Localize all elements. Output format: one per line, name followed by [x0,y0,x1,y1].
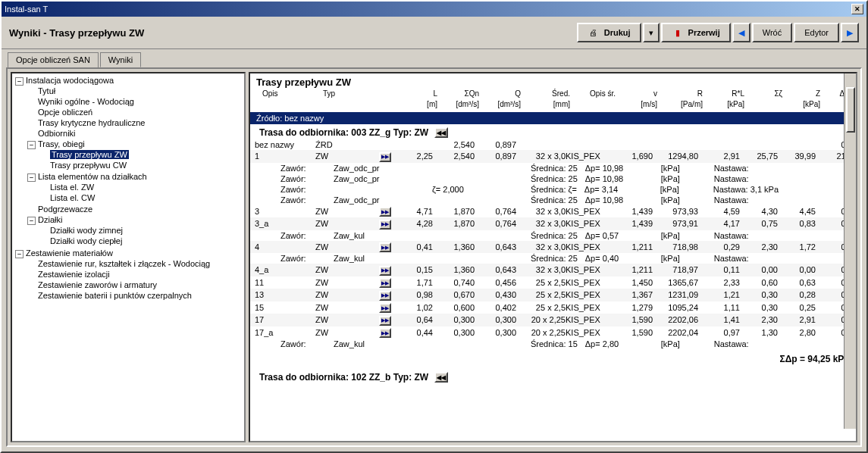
tree-leaf[interactable]: Zestawienie izolacji [38,270,110,279]
play-icon[interactable]: ▶▶ [379,291,391,301]
data-grid[interactable]: Trasy przepływu ZW OpisTypLΣQnQŚred.Opis… [249,72,857,442]
tree-node[interactable]: Trasy, obiegi [38,139,85,148]
valve-row: Zawór:Zaw_kulŚrednica: 25Δp= 0,40[kPa]Na… [250,253,857,264]
data-row[interactable]: 4ZW▶▶0,411,3600,64332 x 3,0KIS_PEX1,2117… [250,241,857,254]
valve-row: Zawór:Zaw_odc_prŚrednica: 25Δp= 10,98[kP… [250,173,857,184]
tab-strip: Opcje obliczeń SAN Wyniki [2,49,866,67]
data-row[interactable]: 4_aZW▶▶0,151,3600,64332 x 3,0KIS_PEX1,21… [250,264,857,276]
editor-button[interactable]: Edytor [794,23,839,42]
vertical-scrollbar[interactable] [844,73,856,429]
trace-header-2: Trasa do odbiornika: 102 ZZ_b Typ: ZW ◀◀ [250,369,857,384]
page-heading: Wyniki - Trasy przepływu ZW [9,27,144,39]
tree-leaf[interactable]: Tytuł [38,86,55,95]
valve-row: Zawór:Zaw_odc_prŚrednica: 25Δp= 10,98[kP… [250,163,857,173]
tree-leaf[interactable]: Zestawienie rur, kształtek i złączek - W… [38,259,210,268]
tree-node-materials[interactable]: Zestawienie materiałów [26,248,113,258]
title-bar: Instal-san T ✕ [2,2,866,17]
data-row[interactable]: 3_aZW▶▶4,281,8700,76432 x 3,0KIS_PEX1,43… [250,217,857,230]
tree-leaf[interactable]: Lista el. ZW [50,183,94,192]
data-row[interactable]: bez nazwyŹRD2,5400,8970,000,00 [250,139,857,150]
rewind-icon[interactable]: ◀◀ [434,127,448,138]
data-row[interactable]: 1ZW▶▶2,252,5400,89732 x 3,0KIS_PEX1,6901… [250,150,857,163]
column-headers: OpisTypLΣQnQŚred.Opis śr.vRR*LΣζZΔparmΔp… [256,89,857,100]
play-icon[interactable]: ▶▶ [379,220,391,230]
play-icon[interactable]: ▶▶ [379,328,391,338]
tree-collapse-icon[interactable]: − [15,250,24,258]
toolbar: Wyniki - Trasy przepływu ZW 🖨Drukuj ▾ ▮P… [2,17,866,49]
play-icon[interactable]: ▶▶ [379,316,391,326]
tree-leaf[interactable]: Zestawienie zaworów i armatury [38,280,157,289]
play-icon[interactable]: ▶▶ [379,152,391,162]
tree-leaf[interactable]: Odbiorniki [38,129,76,138]
tree-leaf[interactable]: Zestawienie baterii i punktów czerpalnyc… [38,291,192,300]
valve-row: Zawór:Zaw_odc_prŚrednica: 25Δp= 10,98[kP… [250,195,857,205]
back-button[interactable]: Wróć [752,23,792,42]
sum-row: ΣΔp = 94,25 kPa [250,349,857,369]
print-button[interactable]: 🖨Drukuj [577,23,641,42]
tree-leaf[interactable]: Działki wody ciepłej [50,236,122,245]
data-row[interactable]: 11ZW▶▶1,710,7400,45625 x 2,5KIS_PEX1,450… [250,276,857,289]
play-icon[interactable]: ▶▶ [379,303,391,313]
grid-title: Trasy przepływu ZW [256,77,857,88]
tree-node[interactable]: Lista elementów na działkach [38,172,147,181]
column-units: [m][dm³/s][dm³/s][mm][m/s][Pa/m][kPa][kP… [256,100,857,111]
tree-leaf[interactable]: Trasy przepływu CW [50,161,127,170]
stop-icon: ▮ [672,27,684,39]
tree-node-water[interactable]: Instalacja wodociągowa [26,76,114,85]
play-icon[interactable]: ▶▶ [379,278,391,288]
rewind-icon[interactable]: ◀◀ [434,372,448,383]
tree-collapse-icon[interactable]: − [27,173,36,182]
tree-leaf[interactable]: Działki wody zimnej [50,226,123,235]
data-row[interactable]: 13ZW▶▶0,980,6700,43025 x 2,5KIS_PEX1,367… [250,289,857,301]
valve-row: Zawór:Zaw_kulŚrednica: 25Δp= 0,57[kPa]Na… [250,230,857,241]
data-row[interactable]: 3ZW▶▶4,711,8700,76432 x 3,0KIS_PEX1,4399… [250,205,857,218]
printer-icon: 🖨 [588,27,600,39]
tree-view[interactable]: −Instalacja wodociągowa Tytuł Wyniki ogó… [11,72,246,442]
tab-options[interactable]: Opcje obliczeń SAN [8,52,99,67]
data-row[interactable]: 17_aZW▶▶0,440,3000,30020 x 2,25KIS_PEX1,… [250,326,857,339]
tree-leaf[interactable]: Podgrzewacze [38,205,92,214]
play-icon[interactable]: ▶▶ [379,242,391,252]
data-rows-container: bez nazwyŹRD2,5400,8970,000,001ZW▶▶2,252… [250,139,857,349]
abort-button[interactable]: ▮Przerwij [661,23,731,42]
play-icon[interactable]: ▶▶ [379,207,391,217]
tree-collapse-icon[interactable]: − [27,217,36,225]
data-row[interactable]: 17ZW▶▶0,640,3000,30020 x 2,25KIS_PEX1,59… [250,314,857,326]
tree-leaf-selected[interactable]: Trasy przepływu ZW [50,150,129,159]
back-arrow-button[interactable]: ◀ [732,23,750,42]
forward-arrow-button[interactable]: ▶ [841,23,859,42]
tree-leaf[interactable]: Trasy krytyczne hydrauliczne [38,118,145,127]
tree-leaf[interactable]: Lista el. CW [50,193,95,202]
window-title: Instal-san T [5,5,48,14]
trace-header: Trasa do odbiornika: 003 ZZ_g Typ: ZW ◀◀ [250,124,857,139]
tree-collapse-icon[interactable]: − [15,77,24,86]
valve-row: Zawór:ζ= 2,000Średnica: ζ=Δp= 3,14[kPa]N… [250,184,857,195]
tree-collapse-icon[interactable]: − [27,141,36,149]
tree-leaf[interactable]: Opcje obliczeń [38,108,92,117]
tab-results[interactable]: Wyniki [100,52,141,67]
play-icon[interactable]: ▶▶ [379,266,391,276]
data-row[interactable]: 15ZW▶▶1,020,6000,40225 x 2,5KIS_PEX1,279… [250,301,857,314]
close-button[interactable]: ✕ [851,4,863,14]
tree-leaf[interactable]: Wyniki ogólne - Wodociąg [38,97,134,106]
tree-node[interactable]: Działki [38,215,62,224]
valve-row: Zawór:Zaw_kulŚrednica: 15Δp= 2,80[kPa]Na… [250,339,857,349]
print-dropdown[interactable]: ▾ [643,23,660,42]
source-row: Źródło: bez nazwy [250,112,857,124]
